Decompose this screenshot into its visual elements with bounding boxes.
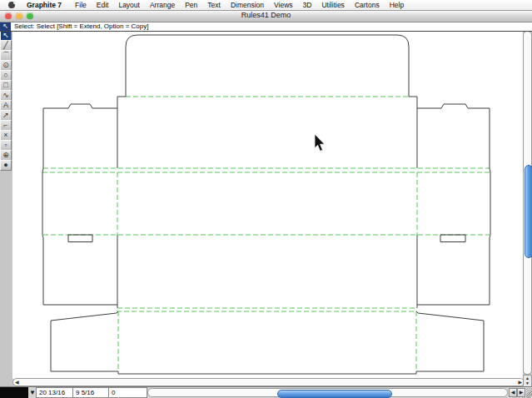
vertical-scroll-buttons: ▲ ▼ [523, 375, 532, 387]
window-title-bar[interactable]: Rules41 Demo [0, 10, 532, 22]
tool-status-text: Select: Select [Shift = Extend, Option =… [11, 22, 148, 30]
apple-menu-icon[interactable] [8, 2, 15, 8]
chevron-down-icon[interactable]: ▼ [29, 389, 36, 396]
left-arrow-icon: ◀ [511, 390, 515, 395]
app-menu[interactable]: Graphite 7 [22, 1, 67, 9]
cut-line[interactable] [126, 35, 409, 97]
cut-line[interactable] [440, 235, 465, 242]
cut-line[interactable] [51, 311, 484, 374]
resize-grip[interactable] [526, 388, 532, 398]
z-coordinate-field[interactable]: 0 [108, 387, 147, 398]
menu-cartons[interactable]: Cartons [350, 1, 385, 9]
carton-dieline-drawing [12, 31, 523, 379]
fold-lines [42, 97, 490, 371]
right-arrow-icon: ▶ [520, 390, 524, 395]
cut-line[interactable] [43, 104, 117, 168]
tool-palette: ↖╱⌒⊙○□∿A↗⌐×▫⊕● [0, 31, 12, 171]
window-horizontal-scrollbar[interactable] [147, 388, 508, 397]
menu-dimension[interactable]: Dimension [226, 1, 269, 9]
menu-layout[interactable]: Layout [113, 1, 145, 9]
cut-line[interactable] [42, 235, 117, 305]
render-sphere-tool[interactable]: ● [0, 160, 12, 171]
canvas-horizontal-scrollbar[interactable]: ◀ ▶ [12, 378, 525, 386]
menu-text[interactable]: Text [202, 1, 226, 9]
menu-views[interactable]: Views [269, 1, 298, 9]
coordinate-bar: ▼ 20 13/16 9 5/16 0 ◀ ▶ [0, 386, 532, 398]
cut-line[interactable] [42, 168, 43, 235]
menu-utilities[interactable]: Utilities [316, 1, 349, 9]
cut-line[interactable] [68, 235, 92, 242]
menu-pen[interactable]: Pen [180, 1, 202, 9]
cut-line[interactable] [490, 168, 490, 235]
window-title: Rules41 Demo [0, 11, 532, 19]
menu-bar: Graphite 7 FileEditLayoutArrangePenTextD… [0, 0, 532, 11]
menu-3d[interactable]: 3D [298, 1, 317, 9]
window-horizontal-scrollbar-thumb[interactable] [277, 390, 392, 398]
drawing-canvas[interactable] [12, 31, 523, 379]
scroll-left-icon[interactable]: ◀ [13, 379, 21, 386]
vertical-scrollbar-thumb[interactable] [525, 165, 532, 258]
screen: { "menu_bar": { "app_name": "Graphite 7"… [0, 0, 532, 398]
scroll-down-icon[interactable]: ▼ [524, 381, 531, 386]
menu-help[interactable]: Help [385, 1, 409, 9]
y-coordinate-field[interactable]: 9 5/16 [72, 387, 109, 398]
mouse-cursor [315, 134, 325, 151]
message-box [0, 387, 28, 398]
scroll-right-button[interactable]: ▶ [517, 388, 525, 397]
vertical-scrollbar[interactable] [523, 31, 532, 375]
menu-arrange[interactable]: Arrange [145, 1, 180, 9]
current-tool-icon: ↖ [0, 22, 11, 31]
cut-line[interactable] [417, 104, 490, 168]
cut-lines [42, 35, 490, 374]
scroll-left-button[interactable]: ◀ [509, 388, 517, 397]
menu-file[interactable]: File [70, 1, 92, 9]
menu-edit[interactable]: Edit [92, 1, 114, 9]
cut-line[interactable] [417, 235, 490, 305]
tool-status-bar: ↖ Select: Select [Shift = Extend, Option… [0, 22, 532, 32]
x-coordinate-field[interactable]: 20 13/16 [36, 387, 73, 398]
